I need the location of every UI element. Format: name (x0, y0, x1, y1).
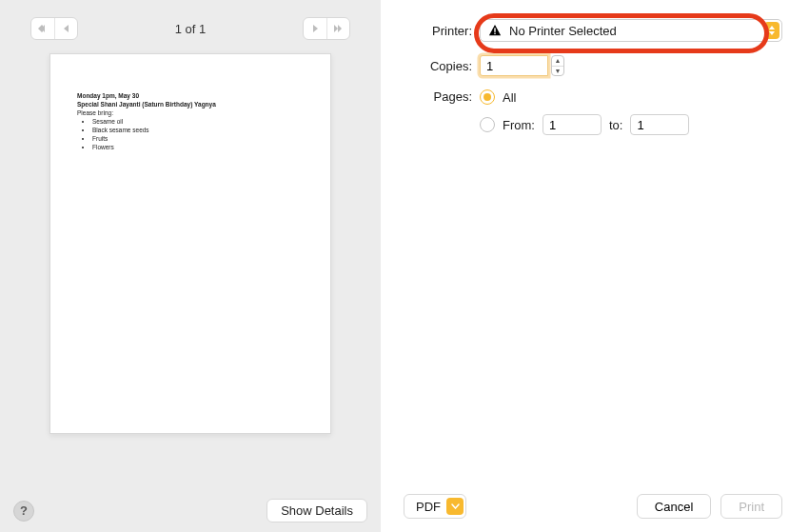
preview-page: Monday 1pm, May 30 Special Shani Jayanti… (49, 53, 331, 434)
radio-range[interactable] (480, 117, 495, 132)
pages-row: Pages: All From: to: (404, 89, 782, 135)
pdf-label: PDF (416, 500, 441, 514)
doc-list-item: Black sesame seeds (92, 127, 304, 135)
doc-line-2: Special Shani Jayanti (Saturn Birthday) … (77, 101, 304, 109)
settings-pane: Printer: No Printer Selected Copies: ▲ ▼… (381, 0, 809, 532)
help-button[interactable]: ? (13, 501, 34, 522)
doc-list-item: Sesame oil (92, 118, 304, 127)
nav-next-button[interactable] (304, 18, 326, 39)
pages-to-label: to: (609, 118, 622, 132)
print-button[interactable]: Print (720, 494, 782, 519)
cancel-button[interactable]: Cancel (637, 494, 711, 519)
pages-from-input[interactable] (543, 114, 602, 135)
pdf-dropdown-button[interactable]: PDF (404, 494, 466, 519)
nav-prev-button[interactable] (54, 18, 77, 39)
nav-next-last-group (303, 17, 350, 40)
radio-all[interactable] (480, 89, 495, 105)
preview-header: 1 of 1 (13, 11, 367, 53)
dialog-footer: PDF Cancel Print (404, 494, 782, 519)
svg-rect-1 (494, 33, 495, 34)
copies-step-up[interactable]: ▲ (552, 56, 563, 66)
show-details-button[interactable]: Show Details (266, 499, 367, 522)
pages-range-option[interactable]: From: to: (480, 114, 689, 135)
doc-list: Sesame oil Black sesame seeds Fruits Flo… (87, 118, 304, 151)
printer-value: No Printer Selected (509, 24, 617, 38)
copies-step-down[interactable]: ▼ (552, 66, 563, 76)
printer-label: Printer: (404, 24, 480, 38)
nav-last-button[interactable] (326, 18, 349, 39)
copies-input[interactable] (480, 55, 548, 76)
nav-first-prev-group (30, 17, 78, 40)
doc-line-1: Monday 1pm, May 30 (77, 92, 304, 101)
pages-from-label: From: (503, 118, 535, 132)
printer-dropdown[interactable]: No Printer Selected (480, 19, 782, 42)
pages-to-input[interactable] (630, 114, 689, 135)
warning-icon (488, 24, 502, 37)
preview-pane: 1 of 1 Monday 1pm, May 30 Special Shani … (0, 0, 381, 532)
pages-label: Pages: (404, 89, 480, 104)
copies-row: Copies: ▲ ▼ (404, 55, 782, 76)
preview-footer: ? Show Details (13, 487, 367, 522)
nav-first-button[interactable] (31, 18, 54, 39)
doc-list-item: Flowers (92, 144, 304, 152)
pages-all-option[interactable]: All (480, 89, 689, 105)
dropdown-arrows-icon (764, 22, 779, 39)
pages-options: All From: to: (480, 89, 689, 135)
doc-list-item: Fruits (92, 135, 304, 144)
printer-row: Printer: No Printer Selected (404, 19, 782, 42)
svg-rect-0 (494, 28, 495, 31)
copies-label: Copies: (404, 59, 480, 73)
doc-please-bring: Please bring: (77, 109, 304, 118)
pages-all-label: All (503, 90, 516, 105)
chevron-down-icon (446, 498, 464, 515)
page-indicator: 1 of 1 (175, 22, 207, 36)
copies-stepper: ▲ ▼ (551, 55, 564, 76)
